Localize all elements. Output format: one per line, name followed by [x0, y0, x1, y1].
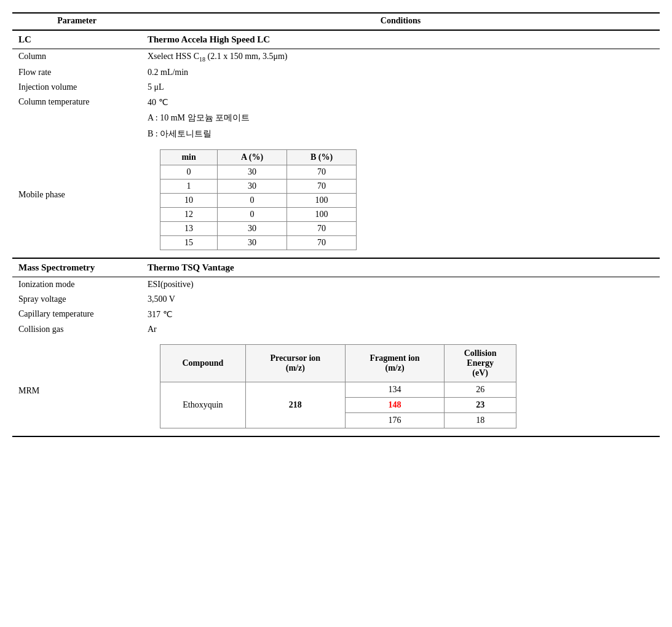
ionization-row: Ionization mode ESI(positive) [12, 277, 660, 292]
flow-rate-row: Flow rate 0.2 mL/min [12, 65, 660, 80]
capillary-value: 317 ℃ [141, 307, 660, 322]
ms-section-header: Mass Spectrometry Thermo TSQ Vantage [12, 258, 660, 277]
col-temp-row: Column temperature 40 ℃ [12, 95, 660, 110]
mrm-data-row: Ethoxyquin21813426 [160, 382, 516, 397]
column-row: Column Xselect HSS C18 (2.1 x 150 mm, 3.… [12, 49, 660, 65]
mrm-compound: Ethoxyquin [160, 382, 246, 428]
gradient-cell: 70 [287, 235, 357, 250]
spray-param: Spray voltage [12, 292, 141, 307]
main-table: Parameter Conditions LC Thermo Accela Hi… [12, 12, 660, 437]
gradient-table: min A (%) B (%) 030701307010010012010013… [160, 149, 357, 250]
lc-value: Thermo Accela High Speed LC [141, 30, 660, 49]
gradient-cell: 0 [160, 165, 218, 179]
flow-value: 0.2 mL/min [141, 65, 660, 80]
lc-section-header: LC Thermo Accela High Speed LC [12, 30, 660, 49]
mrm-table: Compound Precursor ion(m/z) Fragment ion… [160, 344, 516, 428]
col-temp-value: 40 ℃ [141, 95, 660, 110]
gradient-cell: 70 [287, 221, 357, 235]
gradient-cell: 10 [160, 193, 218, 207]
gradient-data-row: 120100 [160, 207, 357, 221]
mrm-precursor: 218 [245, 382, 345, 428]
gradient-cell: 0 [218, 193, 287, 207]
gradient-cell: 100 [287, 193, 357, 207]
gradient-data-row: 100100 [160, 193, 357, 207]
gradient-header-min: min [160, 149, 218, 165]
injection-param: Injection volume [12, 80, 141, 95]
spray-voltage-row: Spray voltage 3,500 V [12, 292, 660, 307]
gradient-data-row: 133070 [160, 221, 357, 235]
gradient-data-row: 153070 [160, 235, 357, 250]
gradient-cell: 70 [287, 179, 357, 193]
mrm-fragment: 134 [345, 382, 445, 397]
mobile-note-a: A : 10 mM 암모늄 포메이트 [141, 110, 660, 126]
conditions-header: Conditions [141, 13, 660, 30]
mrm-header-compound: Compound [160, 344, 246, 382]
gradient-cell: 13 [160, 221, 218, 235]
column-sub: 18 [199, 52, 205, 61]
column-rest: (2.1 x 150 mm, 3.5μm) [205, 52, 288, 61]
mrm-table-cell: Compound Precursor ion(m/z) Fragment ion… [141, 337, 660, 436]
gradient-data-row: 03070 [160, 165, 357, 179]
mrm-energy: 26 [445, 382, 516, 397]
injection-volume-row: Injection volume 5 μL [12, 80, 660, 95]
mobile-note-b: B : 아세토니트릴 [141, 126, 660, 142]
gradient-cell: 12 [160, 207, 218, 221]
gradient-cell: 1 [160, 179, 218, 193]
gradient-cell: 30 [218, 235, 287, 250]
mobile-phase-param: Mobile phase [12, 110, 141, 258]
mrm-header-collision: CollisionEnergy(eV) [445, 344, 516, 382]
column-param: Column [12, 49, 141, 65]
mrm-header-fragment: Fragment ion(m/z) [345, 344, 445, 382]
flow-param: Flow rate [12, 65, 141, 80]
spray-value: 3,500 V [141, 292, 660, 307]
ionization-param: Ionization mode [12, 277, 141, 292]
ionization-value: ESI(positive) [141, 277, 660, 292]
gradient-cell: 30 [218, 165, 287, 179]
mrm-header-precursor: Precursor ion(m/z) [245, 344, 345, 382]
ms-value: Thermo TSQ Vantage [141, 258, 660, 277]
header-row: Parameter Conditions [12, 13, 660, 30]
mrm-row: MRM Compound Precursor ion(m/z) Fragment… [12, 337, 660, 436]
gradient-cell: 30 [218, 221, 287, 235]
gradient-cell: 15 [160, 235, 218, 250]
mrm-header-row: Compound Precursor ion(m/z) Fragment ion… [160, 344, 516, 382]
mrm-energy: 18 [445, 412, 516, 428]
gradient-table-cell: min A (%) B (%) 030701307010010012010013… [141, 142, 660, 258]
injection-value: 5 μL [141, 80, 660, 95]
gradient-cell: 0 [218, 207, 287, 221]
gradient-cell: 70 [287, 165, 357, 179]
collision-gas-row: Collision gas Ar [12, 322, 660, 337]
collision-gas-param: Collision gas [12, 322, 141, 337]
mrm-energy: 23 [445, 397, 516, 412]
col-temp-param: Column temperature [12, 95, 141, 110]
gradient-header-b: B (%) [287, 149, 357, 165]
ms-label: Mass Spectrometry [12, 258, 141, 277]
gradient-header-row: min A (%) B (%) [160, 149, 357, 165]
capillary-param: Capillary temperature [12, 307, 141, 322]
column-text: Xselect HSS C [148, 52, 199, 61]
capillary-temp-row: Capillary temperature 317 ℃ [12, 307, 660, 322]
param-header: Parameter [12, 13, 141, 30]
mrm-param: MRM [12, 337, 141, 436]
gradient-cell: 30 [218, 179, 287, 193]
gradient-cell: 100 [287, 207, 357, 221]
mrm-fragment: 176 [345, 412, 445, 428]
column-value: Xselect HSS C18 (2.1 x 150 mm, 3.5μm) [141, 49, 660, 65]
mobile-phase-row: Mobile phase A : 10 mM 암모늄 포메이트 [12, 110, 660, 126]
lc-label: LC [12, 30, 141, 49]
mrm-fragment: 148 [345, 397, 445, 412]
collision-gas-value: Ar [141, 322, 660, 337]
gradient-data-row: 13070 [160, 179, 357, 193]
gradient-header-a: A (%) [218, 149, 287, 165]
